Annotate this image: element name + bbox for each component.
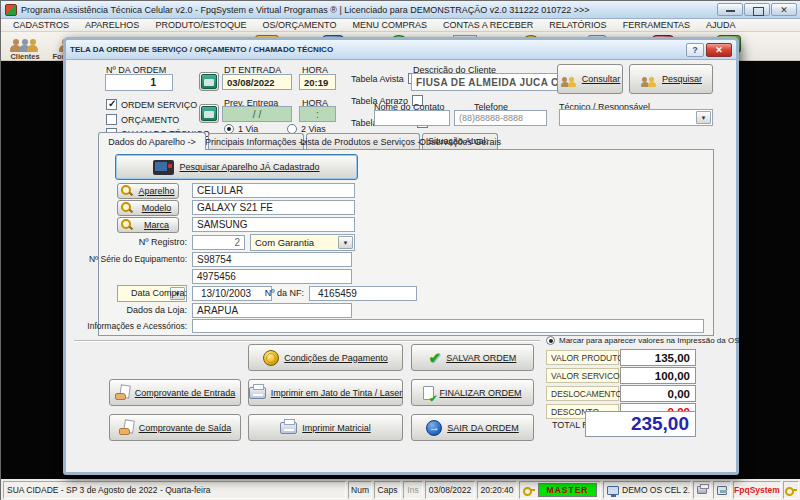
registro-field[interactable]: 2 <box>192 235 245 250</box>
registro-label: Nº Registro: <box>99 237 187 247</box>
menu-os-orcamento[interactable]: OS/ORÇAMENTO <box>255 20 345 30</box>
menu-cadastros[interactable]: CADASTROS <box>5 20 77 30</box>
loja-field[interactable]: ARAPUA <box>192 303 352 318</box>
application-window: Programa Assistência Técnica Celular v2.… <box>0 0 800 500</box>
tecnico-dropdown[interactable] <box>559 109 713 126</box>
menu-relatorios[interactable]: RELATÓRIOS <box>541 20 614 30</box>
valor-servicos-value[interactable]: 100,00 <box>620 367 696 384</box>
data-compra-label: Data Compra: <box>99 288 187 298</box>
checkbox-ordem-servico[interactable]: ORDEM SERVIÇO <box>106 99 197 110</box>
status-network <box>713 481 731 499</box>
situacao-label: Situação Atual: <box>428 136 488 146</box>
close-icon[interactable]: ✕ <box>706 43 732 57</box>
status-date: 03/08/2022 <box>425 481 475 499</box>
loja-label: Dados da Loja: <box>99 305 187 315</box>
tab-dados-aparelho[interactable]: Dados do Aparelho -> <box>98 132 206 150</box>
tab-principais-informacoes[interactable]: Principais Informações -> <box>208 133 304 150</box>
receipt-icon <box>115 385 130 400</box>
monitor-icon <box>717 486 727 495</box>
checkbox-orcamento[interactable]: ORÇAMENTO <box>106 114 179 125</box>
telefone-field[interactable]: (88)88888-8888 <box>454 110 547 126</box>
printer-icon <box>697 486 707 494</box>
serie-label: Nº Série do Equipamento: <box>85 254 187 264</box>
marca-field[interactable]: SAMSUNG <box>192 217 355 232</box>
menu-contas-receber[interactable]: CONTAS A RECEBER <box>435 20 541 30</box>
condicoes-pagamento-button[interactable]: Condições de Pagamento <box>248 344 403 371</box>
garantia-dropdown[interactable]: Com Garantia <box>250 234 355 251</box>
calendar-button-entrada[interactable] <box>199 72 219 91</box>
total-value: 235,00 <box>585 411 696 437</box>
order-number-field[interactable]: 1 <box>105 74 173 91</box>
status-caps: Caps <box>374 481 401 499</box>
modelo-field[interactable]: GALAXY S21 FE <box>192 200 355 215</box>
serie-field[interactable]: S98754 <box>192 252 352 267</box>
check-icon: ✔ <box>429 350 442 365</box>
magnifier-icon <box>121 185 133 197</box>
info-acessorios-label: Informações e Acessórios: <box>77 321 187 331</box>
pesquisar-aparelho-button[interactable]: Pesquisar Aparelho JÁ Cadastrado <box>115 154 358 180</box>
imprimir-matricial-button[interactable]: Imprimir Matricial <box>248 414 403 441</box>
finalizar-ordem-button[interactable]: FINALIZAR ORDEM <box>411 379 534 406</box>
deslocamento-value[interactable]: 0,00 <box>620 385 696 402</box>
maximize-icon[interactable] <box>744 3 770 16</box>
dialog-titlebar[interactable]: TELA DA ORDEM DE SERVIÇO / ORÇAMENTO / C… <box>66 40 736 60</box>
imprimir-jato-button[interactable]: Imprimir em Jato de Tinta / Laser <box>248 379 403 406</box>
prev-entrega-field[interactable]: / / <box>222 106 292 122</box>
status-demo: DEMO OS CEL 2.0 <box>603 481 691 499</box>
window-titlebar[interactable]: Programa Assistência Técnica Celular v2.… <box>1 1 800 19</box>
status-city-date: SUA CIDADE - SP 3 de Agosto de 2022 - Qu… <box>3 481 346 499</box>
toolbar-clientes-button[interactable]: Clientes <box>5 33 45 61</box>
serie2-field[interactable]: 4975456 <box>192 269 352 284</box>
minimize-icon[interactable] <box>717 3 743 16</box>
calendar-button-prev-entrega[interactable] <box>199 104 219 123</box>
comprovante-saida-button[interactable]: Comprovante de Saída <box>109 414 241 441</box>
separator <box>74 340 540 342</box>
radio-marcar-valores[interactable]: Marcar para aparecer valores na Impressã… <box>546 336 740 345</box>
service-order-dialog: TELA DA ORDEM DE SERVIÇO / ORÇAMENTO / C… <box>63 37 739 475</box>
valor-servicos-label: VALOR SERVICOS <box>546 368 619 383</box>
document-check-icon <box>423 386 434 400</box>
dialog-body: Nº DA ORDEM 1 ORDEM SERVIÇO ORÇAMENTO CH… <box>66 60 736 472</box>
hora-entrada-field[interactable]: 20:19 <box>299 74 336 90</box>
menu-aparelhos[interactable]: APARELHOS <box>77 20 147 30</box>
menu-ferramentas[interactable]: FERRAMENTAS <box>615 20 698 30</box>
calendar-icon <box>201 74 217 89</box>
dt-entrada-field[interactable]: 03/08/2022 <box>222 74 292 90</box>
tab-panel-dados-aparelho: Pesquisar Aparelho JÁ Cadastrado Aparelh… <box>98 149 714 336</box>
menu-produto-estoque[interactable]: PRODUTO/ESTOQUE <box>147 20 254 30</box>
info-acessorios-field[interactable] <box>192 319 704 333</box>
nf-label: Nº da NF: <box>249 288 304 298</box>
valor-produtos-label: VALOR PRODUTOS <box>546 350 619 365</box>
marca-button[interactable]: Marca <box>117 217 179 233</box>
consultar-button[interactable]: Consultar <box>557 64 623 94</box>
salvar-ordem-button[interactable]: ✔SALVAR ORDEM <box>411 344 534 371</box>
app-icon <box>5 4 17 16</box>
arrow-icon: → <box>426 420 442 436</box>
printer-icon <box>280 422 297 434</box>
key-icon <box>523 486 535 494</box>
status-printer <box>693 481 711 499</box>
contato-field[interactable] <box>374 110 450 126</box>
device-icon <box>153 160 174 175</box>
valor-produtos-value[interactable]: 135,00 <box>620 349 696 366</box>
comprovante-entrada-button[interactable]: Comprovante de Entrada <box>109 379 241 406</box>
prev-hora-field[interactable]: : <box>299 106 336 122</box>
deslocamento-label: DESLOCAMENTO <box>546 386 619 401</box>
aparelho-button[interactable]: Aparelho <box>117 183 179 199</box>
modelo-button[interactable]: Modelo <box>117 200 179 216</box>
aparelho-field[interactable]: CELULAR <box>192 183 355 198</box>
close-icon[interactable] <box>771 3 797 16</box>
pesquisar-button[interactable]: Pesquisar <box>629 64 713 94</box>
menu-ajuda[interactable]: AJUDA <box>698 20 744 30</box>
status-bar: SUA CIDADE - SP 3 de Agosto de 2022 - Qu… <box>1 479 800 500</box>
menu-compras[interactable]: MENU COMPRAS <box>344 20 435 30</box>
tab-lista-produtos-servicos[interactable]: Lista de Produtos e Serviços -> <box>306 133 420 150</box>
key-icon <box>785 486 797 494</box>
sair-ordem-button[interactable]: →SAIR DA ORDEM <box>411 414 534 441</box>
nf-field[interactable]: 4165459 <box>309 286 417 301</box>
coin-icon <box>263 350 279 366</box>
help-icon[interactable]: ? <box>686 43 704 57</box>
magnifier-icon <box>121 219 133 231</box>
calendar-icon <box>201 106 217 121</box>
dialog-title: TELA DA ORDEM DE SERVIÇO / ORÇAMENTO / C… <box>70 45 686 54</box>
